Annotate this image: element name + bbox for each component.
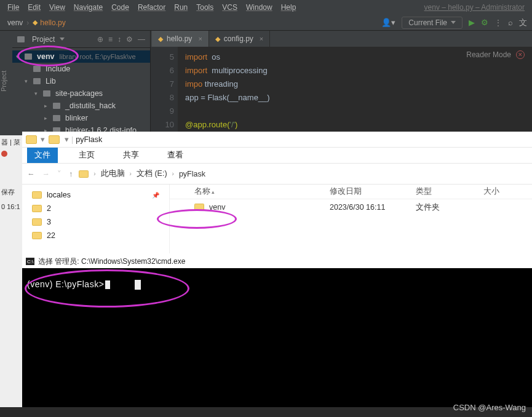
cmd-titlebar[interactable]: C:\ 选择 管理员: C:\Windows\System32\cmd.exe	[22, 255, 532, 268]
cmd-terminal[interactable]: (venv) E:\pyFlask>	[22, 268, 532, 301]
col-name[interactable]: 名称▴	[170, 186, 330, 197]
folder-icon	[53, 115, 60, 121]
ribbon-tab-home[interactable]: 主页	[71, 148, 102, 163]
explorer-ribbon: 文件 主页 共享 查看	[22, 148, 532, 164]
up-button[interactable]: ↑	[69, 170, 73, 178]
menu-edit[interactable]: Edit	[24, 3, 44, 12]
folder-icon	[33, 78, 41, 84]
chevron-right-icon: ▸	[44, 115, 50, 121]
menu-navigate[interactable]: Navigate	[70, 3, 106, 12]
menu-window[interactable]: Window	[242, 3, 276, 12]
explorer-nav-pane: locales📌 2 3 22	[22, 185, 170, 253]
breadcrumb-file[interactable]: ◆ hello.py	[30, 18, 68, 27]
gutter: 5678910	[151, 47, 178, 135]
close-icon[interactable]: ✕	[516, 50, 525, 59]
chevron-right-icon: ▸	[44, 103, 50, 109]
explorer-file-list: 名称▴ 修改日期 类型 大小 venv 2023/6/30 16:11 文件夹	[170, 185, 532, 253]
hide-icon[interactable]: —	[138, 35, 145, 44]
ide-menubar: File Edit View Navigate Code Refactor Ru…	[0, 0, 532, 15]
forward-button[interactable]: →	[42, 170, 50, 178]
breadcrumb[interactable]: › 此电脑› 文档 (E:)› pyFlask	[79, 169, 205, 179]
col-date[interactable]: 修改日期	[330, 186, 416, 197]
gear-icon[interactable]: ⚙	[126, 35, 133, 44]
menu-vcs[interactable]: VCS	[218, 3, 241, 12]
record-icon	[1, 151, 7, 157]
tree-include[interactable]: Include	[12, 63, 150, 75]
more-actions-icon[interactable]: ⋮	[494, 18, 502, 27]
watermark: CSDN @Ares-Wang	[453, 403, 526, 412]
ribbon-tab-view[interactable]: 查看	[160, 148, 191, 163]
tree-item[interactable]: ▸ _distutils_hack	[12, 100, 150, 112]
folder-icon	[26, 135, 37, 144]
explorer-title: pyFlask	[76, 135, 102, 144]
ribbon-tab-file[interactable]: 文件	[27, 148, 58, 163]
menu-tools[interactable]: Tools	[193, 3, 217, 12]
navigation-bar: venv › ◆ hello.py 👤▾ Current File ▶ ⚙ ⋮ …	[0, 15, 532, 31]
user-icon[interactable]: 👤▾	[381, 18, 395, 27]
folder-icon	[33, 66, 41, 72]
folder-icon	[17, 36, 25, 42]
menu-run[interactable]: Run	[170, 3, 191, 12]
file-explorer-window: ▾ ▾ | pyFlask 文件 主页 共享 查看 ← → ˅ ↑ › 此电脑›…	[22, 132, 532, 255]
code-content[interactable]: import os import multiprocessing impo th…	[178, 47, 532, 135]
explorer-titlebar[interactable]: ▾ ▾ | pyFlask	[22, 132, 532, 148]
cursor-icon	[105, 280, 110, 289]
window-title: venv – hello.py – Administrator	[421, 3, 528, 12]
editor-tabs: ◆ hello.py × ◆ config.py ×	[151, 31, 532, 47]
menu-view[interactable]: View	[46, 3, 69, 12]
chevron-down-icon[interactable]: ▾	[41, 135, 45, 144]
tree-root[interactable]: ▾ venv library root, E:\pyFlask\ve	[12, 50, 150, 63]
project-panel: Project ⊕ ≡ ↕ ⚙ — ▾ venv library root, E…	[12, 31, 151, 135]
folder-icon	[32, 218, 42, 226]
menu-refactor[interactable]: Refactor	[134, 3, 169, 12]
folder-icon	[53, 103, 60, 109]
breadcrumb-root[interactable]: venv	[5, 18, 25, 27]
code-editor[interactable]: 5678910 import os import multiprocessing…	[151, 47, 532, 135]
folder-icon	[194, 204, 204, 211]
folder-icon	[32, 191, 42, 199]
close-icon[interactable]: ×	[257, 35, 263, 42]
nav-item[interactable]: 22	[28, 229, 169, 242]
tree-site-packages[interactable]: ▾ site-packages	[12, 87, 150, 100]
menu-file[interactable]: File	[4, 3, 23, 12]
menu-code[interactable]: Code	[108, 3, 133, 12]
back-button[interactable]: ←	[27, 170, 35, 178]
cmd-icon: C:\	[26, 258, 34, 265]
project-panel-title: Project	[32, 35, 55, 44]
nav-item[interactable]: 3	[28, 215, 169, 229]
reader-mode-label[interactable]: Reader Mode	[466, 50, 511, 59]
sort-icon[interactable]: ≡	[108, 35, 113, 44]
file-row-venv[interactable]: venv 2023/6/30 16:11 文件夹	[170, 199, 532, 215]
run-config-selector[interactable]: Current File	[402, 17, 463, 29]
tab-config[interactable]: ◆ config.py ×	[209, 31, 270, 47]
tree-lib[interactable]: ▾ Lib	[12, 75, 150, 87]
lang-icon[interactable]: 文	[519, 17, 527, 28]
project-tree: ▾ venv library root, E:\pyFlask\ve Inclu…	[12, 48, 150, 139]
tab-hello[interactable]: ◆ hello.py ×	[152, 31, 209, 47]
folder-icon	[32, 205, 42, 212]
target-icon[interactable]: ⊕	[97, 35, 103, 44]
sort-asc-icon: ▴	[212, 189, 215, 195]
folder-icon	[43, 90, 50, 97]
tree-item[interactable]: ▸ blinker	[12, 112, 150, 124]
ribbon-tab-share[interactable]: 共享	[116, 148, 146, 163]
col-size[interactable]: 大小	[483, 186, 520, 197]
pin-icon: 📌	[152, 192, 159, 199]
cmd-window: C:\ 选择 管理员: C:\Windows\System32\cmd.exe …	[22, 255, 532, 407]
chevron-down-icon	[451, 21, 456, 24]
col-type[interactable]: 类型	[416, 186, 483, 197]
chevron-down-icon: ▾	[16, 54, 22, 60]
search-icon[interactable]: ⌕	[508, 18, 513, 27]
run-button[interactable]: ▶	[469, 18, 475, 27]
python-icon: ◆	[158, 35, 163, 43]
nav-item[interactable]: 2	[28, 202, 169, 215]
background-cutoff: 器 | 菜 保存 0 16:1	[0, 135, 22, 407]
collapse-icon[interactable]: ↕	[117, 35, 121, 44]
menu-help[interactable]: Help	[277, 3, 300, 12]
nav-item[interactable]: locales📌	[28, 188, 169, 202]
project-tool-tab[interactable]: Project	[0, 31, 12, 135]
debug-button[interactable]: ⚙	[481, 18, 488, 27]
block-icon	[135, 280, 141, 290]
chevron-down-icon[interactable]	[60, 38, 65, 41]
close-icon[interactable]: ×	[196, 35, 202, 42]
